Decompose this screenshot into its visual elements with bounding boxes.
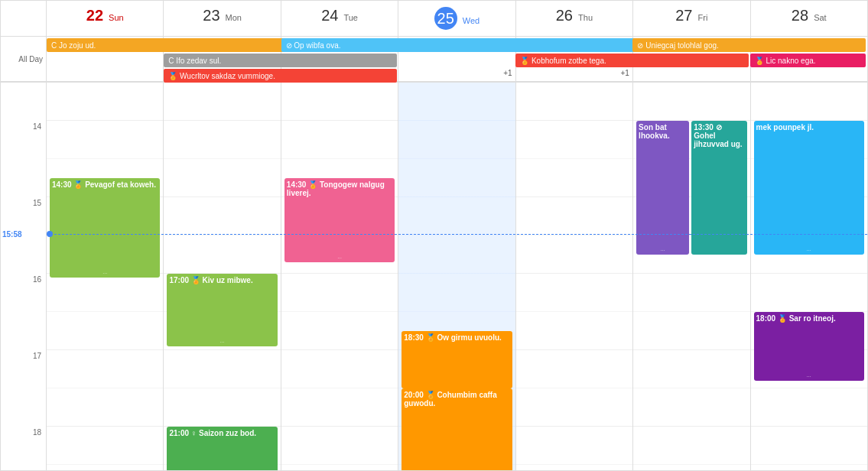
event-pevagof-title: 14:30 🏅 Pevagof eta koweh. [52,180,158,189]
allday-row: All Day C Jo zoju ud. ⊘ Op wibfa ova. [1,37,867,83]
day-name-sat: Sat [814,13,827,22]
day-col-fri: Son bat lhookva. ··· 13:30 ⊘ Gohel jihzu… [633,83,750,470]
event-mek-pounpek[interactable]: mek pounpek jl. ··· [754,121,864,255]
event-dots-4: ··· [661,248,665,253]
event-gohel-title: 13:30 ⊘ Gohel jihzuvvad ug. [694,123,744,148]
event-dots-2: ··· [220,339,225,345]
day-num-23: 23 [203,7,219,24]
time-col: 14 15 16 17 18 19 20 21 22 [1,83,47,470]
event-tongogew[interactable]: 14:30 🏅 Tongogew nalgug liverej. ··· [284,178,395,262]
time-label-14: 14 [1,121,46,159]
day-name-tue: Tue [343,13,358,22]
event-ow-girmu[interactable]: 18:30 🏅 Ow girmu uvuolu. [401,331,512,388]
event-kiv-uz-title: 17:00 🏅 Kiv uz mibwe. [169,276,275,284]
day-col-sat: mek pounpek jl. ··· 18:00 🏅 Sar ro itneo… [751,83,867,470]
more-badge-wed[interactable]: +1 [503,69,512,77]
event-son-bat[interactable]: Son bat lhookva. ··· [636,121,689,255]
day-num-27: 27 [675,7,692,24]
time-label-17: 17 [1,350,46,388]
day-col-mon: 17:00 🏅 Kiv uz mibwe. ··· 21:00 ♀ Saizon… [164,83,281,470]
day-name-sun: Sun [109,13,124,22]
day-num-24: 24 [321,7,338,24]
event-ow-girmu-title: 18:30 🏅 Ow girmu uvuolu. [404,333,509,342]
event-saizon[interactable]: 21:00 ♀ Saizon zuz bod. [167,427,277,470]
header-gutter [1,1,47,36]
time-label-18: 18 [1,427,46,465]
event-mek-pounpek-title: mek pounpek jl. [756,123,862,132]
allday-label: All Day [18,55,43,63]
event-kiv-uz[interactable]: 17:00 🏅 Kiv uz mibwe. ··· [167,274,277,346]
allday-event-kobhofum[interactable]: 🏅 Kobhofum zotbe tega. [515,54,749,67]
event-son-bat-title: Son bat lhookva. [639,123,687,140]
event-pevagof[interactable]: 14:30 🏅 Pevagof eta koweh. ··· [50,178,160,278]
header-day-mon[interactable]: 23 Mon [164,1,281,36]
day-name-fri: Fri [698,13,708,22]
header-day-tue[interactable]: 24 Tue [281,1,398,36]
allday-event-uniegcaj[interactable]: ⊘ Uniegcaj tolohlal gog. [632,38,866,52]
time-label-15: 15 [1,197,46,236]
day-col-wed: 18:30 🏅 Ow girmu uvuolu. 20:00 🏅 Cohumbi… [398,83,515,470]
event-gohel[interactable]: 13:30 ⊘ Gohel jihzuvvad ug. [691,121,746,255]
time-grid-scroll[interactable]: 14 15 16 17 18 19 20 21 22 [1,83,867,470]
allday-gutter: All Day [1,37,47,81]
header-day-thu[interactable]: 26 Thu [516,1,633,36]
header-day-sat[interactable]: 28 Sat [751,1,867,36]
event-dots-6: ··· [807,374,811,379]
event-dots-5: ··· [807,248,811,253]
event-dots: ··· [102,271,107,276]
days-grid: 15:58 14:30 🏅 Pevagof eta koweh. ··· [47,83,867,470]
event-dots-3: ··· [337,255,342,261]
header-row: 22 Sun 23 Mon 24 Tue 25 Wed 26 Thu 27 Fr… [1,1,867,37]
event-cohumbim[interactable]: 20:00 🏅 Cohumbim caffa guwodu. [401,388,512,470]
allday-event-lic-nakno[interactable]: 🏅 Lic nakno ega. [750,54,866,67]
day-name-mon: Mon [226,13,242,22]
more-badge-thu[interactable]: +1 [620,69,629,77]
day-col-tue: 14:30 🏅 Tongogew nalgug liverej. ··· [281,83,398,470]
header-day-sun[interactable]: 22 Sun [47,1,164,36]
allday-event-wucrltov[interactable]: 🏅 Wucrltov sakdaz vummioge. [164,69,397,83]
event-sar-ro[interactable]: 18:00 🏅 Sar ro itneoj. ··· [754,312,864,381]
event-sar-ro-title: 18:00 🏅 Sar ro itneoj. [756,314,862,323]
day-num-25: 25 [434,7,457,30]
day-name-wed: Wed [463,16,480,25]
allday-cells: C Jo zoju ud. ⊘ Op wibfa ova. ⊘ Uniegcaj… [47,37,867,81]
day-num-28: 28 [792,7,808,24]
day-num-26: 26 [556,7,573,24]
calendar-wrapper: 22 Sun 23 Mon 24 Tue 25 Wed 26 Thu 27 Fr… [0,0,868,471]
day-col-thu [516,83,633,470]
event-tongogew-title: 14:30 🏅 Tongogew nalgug liverej. [287,180,392,197]
event-saizon-title: 21:00 ♀ Saizon zuz bod. [169,429,275,437]
allday-event-ifo-zedav[interactable]: C Ifo zedav sul. [164,54,397,67]
day-num-22: 22 [86,7,103,24]
day-col-sun: 14:30 🏅 Pevagof eta koweh. ··· [47,83,164,470]
day-name-thu: Thu [578,13,593,22]
event-cohumbim-title: 20:00 🏅 Cohumbim caffa guwodu. [404,391,509,408]
time-label-16: 16 [1,274,46,312]
header-day-wed[interactable]: 25 Wed [398,1,515,36]
header-day-fri[interactable]: 27 Fri [633,1,750,36]
